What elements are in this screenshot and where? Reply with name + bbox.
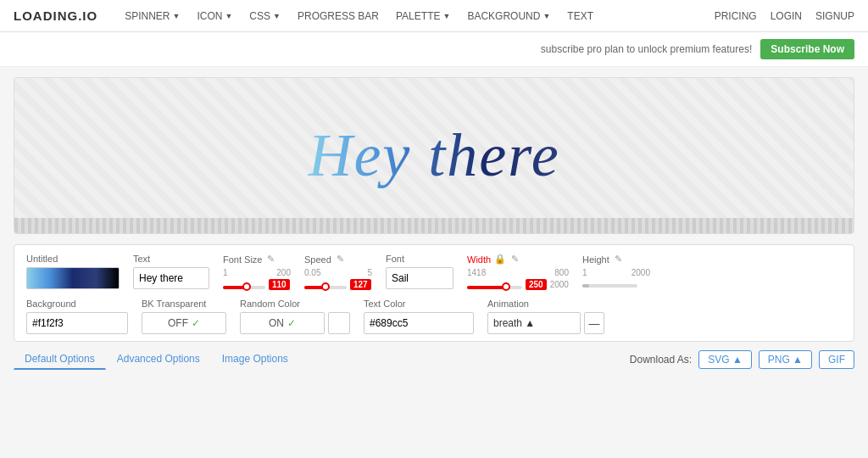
textcolor-value-input[interactable] — [364, 315, 474, 332]
width-value: 250 — [526, 279, 547, 290]
fontsize-min: 1 — [223, 268, 228, 277]
nav-palette[interactable]: PALETTE ▼ — [389, 7, 457, 25]
nav-background[interactable]: BACKGROUND ▼ — [460, 7, 557, 25]
download-area: Download As: SVG ▲ PNG ▲ GIF — [630, 350, 854, 369]
anim-extra-button[interactable]: — — [584, 312, 604, 334]
nav-menu: SPINNER ▼ ICON ▼ CSS ▼ PROGRESS BAR PALE… — [118, 7, 714, 25]
name-group: Untitled — [26, 254, 120, 289]
fontsize-group: Font Size ✎ 1 200 110 — [223, 254, 291, 290]
anim-select[interactable]: breath ▲ — [487, 312, 581, 334]
text-label: Text — [133, 254, 209, 264]
anim-value: breath ▲ — [493, 317, 535, 329]
speed-value: 127 — [350, 279, 371, 290]
nav-login[interactable]: LOGIN — [771, 10, 802, 22]
navbar: LOADING.IO SPINNER ▼ ICON ▼ CSS ▼ PROGRE… — [0, 0, 868, 32]
random-color-preview — [328, 312, 350, 334]
random-toggle[interactable]: ON ✓ — [240, 312, 325, 334]
icon-arrow-icon: ▼ — [225, 12, 232, 20]
width-extra-max: 2000 — [550, 280, 569, 289]
promo-bar: subscribe pro plan to unlock premium fea… — [0, 32, 868, 67]
bg-color-input[interactable] — [26, 312, 128, 334]
controls-row-1: Untitled Text Font Size ✎ 1 200 — [26, 254, 842, 290]
bk-value: OFF — [168, 317, 188, 329]
text-group: Text — [133, 254, 209, 289]
width-label: Width — [467, 254, 491, 265]
font-input[interactable] — [386, 267, 453, 289]
color-swatch[interactable] — [26, 267, 120, 289]
height-label: Height — [582, 254, 609, 265]
fontsize-value: 110 — [269, 279, 290, 290]
width-max: 800 — [554, 268, 569, 277]
name-label: Untitled — [26, 254, 120, 264]
random-check-icon: ✓ — [287, 317, 296, 329]
nav-right-links: PRICING LOGIN SIGNUP — [715, 10, 854, 22]
nav-signup[interactable]: SIGNUP — [815, 10, 854, 22]
bg-group: Background — [26, 299, 128, 334]
tab-advanced-options[interactable]: Advanced Options — [106, 349, 211, 370]
text-input[interactable] — [133, 267, 209, 289]
tab-bar: Default Options Advanced Options Image O… — [14, 349, 299, 370]
speed-group: Speed ✎ 0.05 5 127 — [304, 254, 372, 290]
download-svg-button[interactable]: SVG ▲ — [698, 350, 752, 369]
nav-css[interactable]: CSS ▼ — [242, 7, 287, 25]
promo-message: subscribe pro plan to unlock premium fea… — [541, 43, 752, 55]
bg-value-input[interactable] — [27, 315, 128, 332]
subscribe-button[interactable]: Subscribe Now — [760, 39, 854, 59]
bk-group: BK Transparent OFF ✓ — [142, 299, 226, 334]
random-value: ON — [269, 317, 284, 329]
preview-canvas: Hey there — [14, 78, 854, 233]
fontsize-max: 200 — [276, 268, 291, 277]
nav-text[interactable]: TEXT — [560, 7, 600, 25]
bk-toggle[interactable]: OFF ✓ — [142, 312, 226, 334]
bg-label: Background — [26, 299, 128, 309]
bottom-bar: Default Options Advanced Options Image O… — [0, 342, 868, 370]
fontsize-label: Font Size — [223, 254, 262, 265]
palette-arrow-icon: ▼ — [442, 12, 450, 20]
speed-label: Speed — [304, 254, 331, 265]
background-arrow-icon: ▼ — [542, 12, 550, 20]
width-group: Width 🔒 ✎ 1418 800 250 2000 — [467, 254, 569, 290]
random-label: Random Color — [240, 299, 350, 309]
anim-extra-icon: — — [589, 317, 600, 330]
speed-edit-icon[interactable]: ✎ — [337, 254, 344, 265]
height-slider[interactable] — [582, 284, 637, 288]
tab-image-options[interactable]: Image Options — [211, 349, 299, 370]
width-slider[interactable] — [467, 286, 522, 289]
controls-row-2: Background BK Transparent OFF ✓ Random C… — [26, 299, 842, 334]
lock-icon: 🔒 — [494, 254, 506, 265]
nav-icon[interactable]: ICON ▼ — [190, 7, 239, 25]
fontsize-slider[interactable] — [223, 286, 265, 289]
height-min: 1 — [582, 268, 587, 277]
preview-container: Hey there — [14, 77, 854, 234]
site-logo[interactable]: LOADING.IO — [14, 8, 97, 23]
anim-group: Animation breath ▲ — — [487, 299, 604, 334]
speed-max: 5 — [367, 268, 372, 277]
fontsize-edit-icon[interactable]: ✎ — [267, 254, 275, 265]
height-max: 2000 — [632, 268, 650, 277]
height-edit-icon[interactable]: ✎ — [615, 254, 622, 265]
nav-progressbar[interactable]: PROGRESS BAR — [291, 7, 386, 25]
textcolor-input[interactable] — [364, 312, 474, 334]
textcolor-label: Text Color — [364, 299, 474, 309]
controls-panel: Untitled Text Font Size ✎ 1 200 — [14, 244, 854, 342]
width-edit-icon[interactable]: ✎ — [511, 254, 519, 265]
height-group: Height ✎ 1 2000 — [582, 254, 650, 288]
width-min: 1418 — [467, 268, 486, 277]
bk-check-icon: ✓ — [192, 317, 200, 329]
css-arrow-icon: ▼ — [273, 12, 281, 20]
speed-slider[interactable] — [304, 286, 347, 289]
bk-label: BK Transparent — [142, 299, 226, 309]
preview-stripe — [14, 218, 854, 233]
textcolor-group: Text Color — [364, 299, 474, 334]
download-gif-button[interactable]: GIF — [819, 350, 854, 369]
spinner-arrow-icon: ▼ — [173, 12, 181, 20]
nav-spinner[interactable]: SPINNER ▼ — [118, 7, 186, 25]
nav-pricing[interactable]: PRICING — [715, 10, 757, 22]
download-label: Download As: — [630, 354, 692, 366]
random-group: Random Color ON ✓ — [240, 299, 350, 334]
font-label: Font — [386, 254, 453, 264]
download-png-button[interactable]: PNG ▲ — [759, 350, 812, 369]
preview-text: Hey there — [308, 120, 559, 191]
anim-label: Animation — [487, 299, 604, 309]
tab-default-options[interactable]: Default Options — [14, 349, 106, 370]
